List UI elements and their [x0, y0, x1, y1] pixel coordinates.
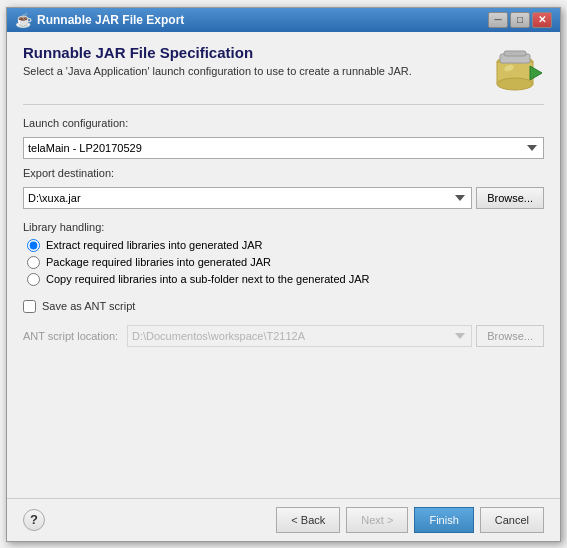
export-dest-label: Export destination:	[23, 167, 544, 179]
radio-extract-label: Extract required libraries into generate…	[46, 239, 262, 251]
launch-config-row: telaMain - LP20170529	[23, 137, 544, 159]
export-dest-browse-button[interactable]: Browse...	[476, 187, 544, 209]
page-title: Runnable JAR File Specification	[23, 44, 412, 61]
launch-config-select[interactable]: telaMain - LP20170529	[23, 137, 544, 159]
close-button[interactable]: ✕	[532, 12, 552, 28]
help-button[interactable]: ?	[23, 509, 45, 531]
window-title: Runnable JAR File Export	[37, 13, 482, 27]
window-controls: ─ □ ✕	[488, 12, 552, 28]
radio-package-input[interactable]	[27, 256, 40, 269]
window-icon: ☕	[15, 12, 31, 28]
save-ant-checkbox[interactable]	[23, 300, 36, 313]
svg-marker-5	[530, 66, 542, 80]
back-button[interactable]: < Back	[276, 507, 340, 533]
next-button[interactable]: Next >	[346, 507, 408, 533]
page-subtitle: Select a 'Java Application' launch confi…	[23, 65, 412, 77]
cancel-button[interactable]: Cancel	[480, 507, 544, 533]
radio-package[interactable]: Package required libraries into generate…	[27, 256, 544, 269]
jar-icon	[486, 44, 544, 96]
svg-point-2	[497, 78, 533, 90]
export-dest-select[interactable]: D:\xuxa.jar	[23, 187, 472, 209]
radio-copy-input[interactable]	[27, 273, 40, 286]
ant-location-row: ANT script location: D:\Documentos\works…	[23, 325, 544, 347]
launch-config-label: Launch configuration:	[23, 117, 544, 129]
ant-location-browse-button: Browse...	[476, 325, 544, 347]
radio-extract[interactable]: Extract required libraries into generate…	[27, 239, 544, 252]
content-area: Runnable JAR File Specification Select a…	[7, 32, 560, 498]
save-ant-row: Save as ANT script	[23, 300, 544, 313]
main-window: ☕ Runnable JAR File Export ─ □ ✕ Runnabl…	[6, 7, 561, 542]
minimize-button[interactable]: ─	[488, 12, 508, 28]
footer: ? < Back Next > Finish Cancel	[7, 498, 560, 541]
radio-copy[interactable]: Copy required libraries into a sub-folde…	[27, 273, 544, 286]
ant-location-select: D:\Documentos\workspace\T2112A	[127, 325, 472, 347]
radio-package-label: Package required libraries into generate…	[46, 256, 271, 268]
radio-copy-label: Copy required libraries into a sub-folde…	[46, 273, 369, 285]
library-handling-section: Library handling: Extract required libra…	[23, 217, 544, 286]
export-dest-row: D:\xuxa.jar Browse...	[23, 187, 544, 209]
launch-config-section: Launch configuration: telaMain - LP20170…	[23, 117, 544, 159]
title-bar: ☕ Runnable JAR File Export ─ □ ✕	[7, 8, 560, 32]
maximize-button[interactable]: □	[510, 12, 530, 28]
svg-rect-4	[504, 51, 526, 56]
save-ant-label: Save as ANT script	[42, 300, 135, 312]
finish-button[interactable]: Finish	[414, 507, 473, 533]
library-handling-label: Library handling:	[23, 221, 544, 233]
library-handling-options: Extract required libraries into generate…	[23, 239, 544, 286]
export-dest-section: Export destination: D:\xuxa.jar Browse..…	[23, 167, 544, 209]
ant-location-label: ANT script location:	[23, 330, 123, 342]
radio-extract-input[interactable]	[27, 239, 40, 252]
page-header: Runnable JAR File Specification Select a…	[23, 44, 544, 105]
